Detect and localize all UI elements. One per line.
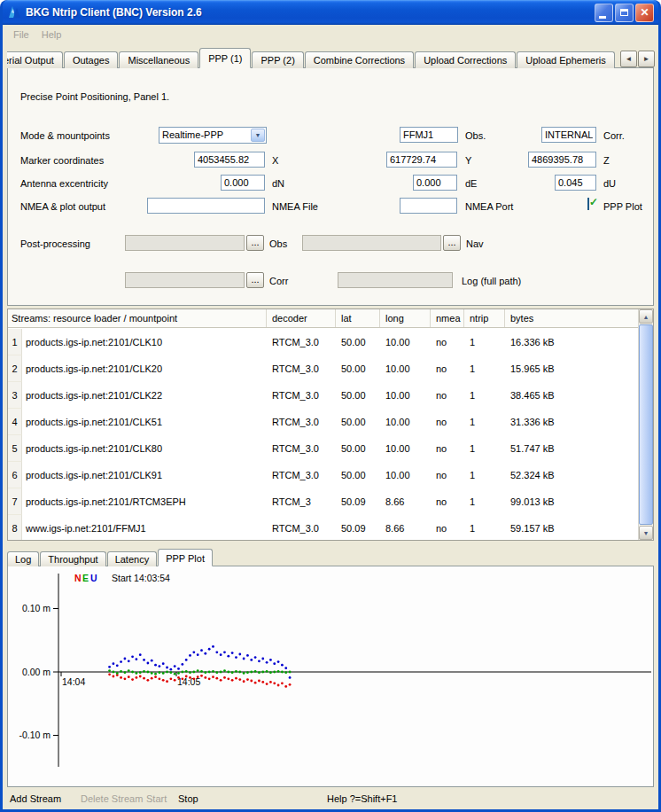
table-row[interactable]: 3products.igs-ip.net:2101/CLK22RTCM_3.05… [8,382,638,409]
tab-upload-ephemeris[interactable]: Upload Ephemeris [517,51,615,68]
marker-y-input[interactable] [386,152,457,168]
column-lat[interactable]: lat [336,309,380,327]
column-ntrip[interactable]: ntrip [464,309,505,327]
tab-ppp-1[interactable]: PPP (1) [199,48,251,68]
table-row[interactable]: 7products.igs-ip.net:2101/RTCM3EPHRTCM_3… [8,488,638,515]
ppp-plot-checkbox[interactable]: ✓ [587,198,589,210]
stream-mountpoint: www.igs-ip.net:2101/FFMJ1 [22,523,267,534]
browse-nav-button[interactable]: ... [443,235,461,251]
table-row[interactable]: 5products.igs-ip.net:2101/CLK80RTCM_3.05… [8,435,638,462]
stream-nmea: no [431,363,464,374]
stream-mountpoint: products.igs-ip.net:2101/CLK80 [22,443,267,454]
svg-text:N: N [74,573,82,583]
antenna-dn-input[interactable] [221,175,265,191]
stream-decoder: RTCM_3 [267,496,336,507]
bottom-tab-throughput[interactable]: Throughput [40,551,105,566]
start-button[interactable]: Start [146,789,167,809]
add-stream-button[interactable]: Add Stream [10,789,61,809]
stream-bytes: 51.747 kB [505,443,638,454]
antenna-de-input[interactable] [413,175,457,191]
mode-select[interactable]: Realtime-PPP ▼ [159,127,267,144]
stream-ntrip: 1 [464,390,505,401]
stream-bytes: 99.013 kB [505,496,638,507]
nmea-file-input[interactable] [147,198,265,214]
scroll-down-button[interactable]: ▼ [639,526,653,540]
stream-bytes: 31.336 kB [505,417,638,427]
dropdown-arrow-glyph: ▼ [255,132,261,138]
stream-long: 8.66 [380,496,431,507]
maximize-icon [620,9,628,16]
mode-mountpoints-label: Mode & mountpoints [20,130,110,141]
column-long[interactable]: long [380,309,431,327]
post-obs-label: Obs [269,238,287,249]
stream-ntrip: 1 [464,523,505,534]
obs-mountpoint-input[interactable] [400,127,458,143]
menu-file[interactable]: File [8,27,35,42]
marker-x-input[interactable] [194,152,265,168]
scrollbar-thumb[interactable] [639,324,653,525]
stop-button[interactable]: Stop [178,789,198,809]
nmea-port-input[interactable] [400,198,457,214]
stream-lat: 50.00 [336,337,380,347]
corr-label: Corr. [603,130,625,141]
stream-decoder: RTCM_3.0 [267,443,336,454]
table-body: 1products.igs-ip.net:2101/CLK10RTCM_3.05… [8,329,638,540]
row-header-number: 8 [8,515,22,540]
ppp-panel: Precise Point Positioning, Panel 1. Mode… [7,67,654,306]
help-label: Help ?=Shift+F1 [327,789,398,809]
tab-erial-output[interactable]: erial Output [7,51,63,68]
stream-lat: 50.00 [336,443,380,454]
table-row[interactable]: 8www.igs-ip.net:2101/FFMJ1RTCM_3.050.098… [8,515,638,540]
stream-ntrip: 1 [464,443,505,454]
vertical-scrollbar[interactable]: ▲ ▼ [638,309,653,540]
post-log-label: Log (full path) [462,276,521,286]
delete-stream-button[interactable]: Delete Stream [81,789,143,809]
post-nav-label: Nav [466,238,484,249]
tab-strip-tabs: erial OutputOutagesMiscellaneousPPP (1)P… [7,48,618,68]
stream-mountpoint: products.igs-ip.net:2101/CLK20 [22,363,267,374]
column-nmea[interactable]: nmea [431,309,464,327]
combo-dropdown-icon[interactable]: ▼ [251,129,265,142]
stream-ntrip: 1 [464,496,505,507]
bottom-tab-log[interactable]: Log [7,551,39,566]
browse-corr-button[interactable]: ... [246,272,264,288]
stream-ntrip: 1 [464,337,505,347]
marker-y-label: Y [465,155,471,166]
nmea-file-label: NMEA File [272,201,318,212]
column-bytes[interactable]: bytes [505,309,653,327]
tab-combine-corrections[interactable]: Combine Corrections [305,51,414,68]
menu-bar: File Help [3,25,658,44]
title-bar[interactable]: BKG Ntrip Client (BNC) Version 2.6 ✕ [3,0,658,25]
browse-obs-button[interactable]: ... [246,235,264,251]
marker-z-input[interactable] [528,152,596,168]
corr-mountpoint-input[interactable] [541,127,596,143]
tab-outages[interactable]: Outages [64,51,119,68]
table-row[interactable]: 4products.igs-ip.net:2101/CLK51RTCM_3.05… [8,409,638,435]
status-bar: Add Stream Delete Stream Start Stop Help… [3,789,658,809]
svg-text:0.10 m: 0.10 m [22,603,51,613]
close-button[interactable]: ✕ [635,4,654,22]
column-mountpoint[interactable]: Streams: resource loader / mountpoint [8,309,267,327]
table-row[interactable]: 6products.igs-ip.net:2101/CLK91RTCM_3.05… [8,462,638,488]
maximize-button[interactable] [615,4,634,22]
minimize-button[interactable] [595,4,613,22]
stream-lat: 50.00 [336,417,380,427]
tab-scroll-left-button[interactable]: ◄ [620,51,637,67]
row-header-number: 7 [8,488,22,515]
tab-scroll-right-button[interactable]: ► [638,51,655,67]
stream-nmea: no [431,443,464,454]
table-row[interactable]: 2products.igs-ip.net:2101/CLK20RTCM_3.05… [8,355,638,382]
svg-text:U: U [90,573,97,583]
tab-upload-corrections[interactable]: Upload Corrections [415,51,516,68]
scroll-up-button[interactable]: ▲ [639,309,653,324]
bottom-tab-latency[interactable]: Latency [107,551,158,566]
tab-miscellaneous[interactable]: Miscellaneous [119,51,198,68]
bottom-tab-ppp-plot[interactable]: PPP Plot [158,549,213,566]
stream-lat: 50.00 [336,470,380,480]
antenna-du-input[interactable] [555,175,596,191]
menu-help[interactable]: Help [36,27,67,42]
stream-lat: 50.00 [336,363,380,374]
tab-ppp-2[interactable]: PPP (2) [252,51,303,68]
table-row[interactable]: 1products.igs-ip.net:2101/CLK10RTCM_3.05… [8,329,638,355]
column-decoder[interactable]: decoder [267,309,336,327]
